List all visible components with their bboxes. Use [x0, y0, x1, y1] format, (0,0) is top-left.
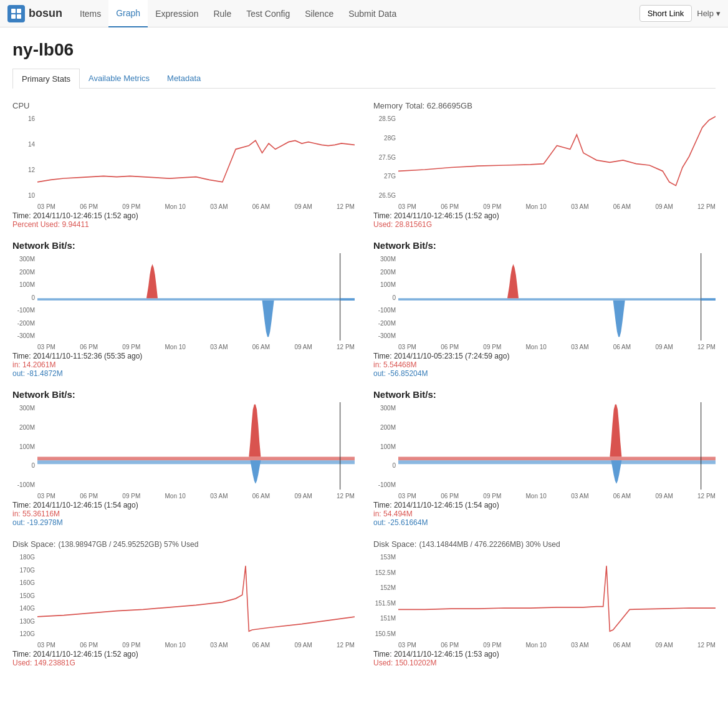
network1-left-x-axis: 03 PM06 PM09 PMMon 1003 AM06 AM09 AM12 P… — [37, 342, 355, 350]
network1-right-in: in: 5.54468M — [373, 360, 716, 369]
svg-marker-14 — [37, 457, 355, 461]
cpu-y-axis: 16141210 — [12, 113, 37, 210]
network1-right-out: out: -56.85204M — [373, 369, 716, 378]
page-content: ny-lb06 Primary Stats Available Metrics … — [0, 27, 728, 691]
disk-right-y-axis: 153M152.5M152M151.5M151M150.5M — [373, 551, 398, 649]
network1-left-title: Network Bit/s: — [12, 240, 355, 251]
svg-rect-3 — [17, 14, 21, 19]
tab-available-metrics[interactable]: Available Metrics — [80, 69, 158, 89]
network1-left-out: out: -81.4872M — [12, 369, 355, 378]
svg-marker-16 — [242, 405, 261, 457]
memory-chart-wrap: 28.5G28G27.5G27G26.5G 03 PM06 PM09 PMMon… — [373, 113, 716, 210]
disk-right-x-axis: 03 PM06 PM09 PMMon 1003 AM06 AM09 AM12 P… — [398, 640, 716, 649]
memory-section: Memory Total: 62.86695GB 28.5G28G27.5G27… — [373, 100, 716, 229]
nav-silence[interactable]: Silence — [297, 0, 341, 27]
network2-right-in: in: 54.494M — [373, 509, 716, 518]
network2-right-out: out: -25.61664M — [373, 518, 716, 527]
network1-right-wrap: 300M200M100M0-100M-200M-300M 03 P — [373, 253, 716, 350]
help-button[interactable]: Help ▾ — [697, 9, 721, 18]
network2-right-svg — [398, 402, 716, 490]
network1-right-svg — [398, 253, 716, 340]
nav-rule[interactable]: Rule — [206, 0, 239, 27]
tab-metadata[interactable]: Metadata — [158, 69, 209, 89]
network1-left-y-axis: 300M200M100M0-100M-200M-300M — [12, 253, 37, 350]
disk-left-time: Time: 2014/11/10-12:46:15 (1:52 ago) — [12, 650, 355, 659]
network1-right-title: Network Bit/s: — [373, 240, 716, 251]
disk-right-wrap: 153M152.5M152M151.5M151M150.5M 03 PM06 P… — [373, 551, 716, 649]
network2-right-x-axis: 03 PM06 PM09 PMMon 1003 AM06 AM09 AM12 P… — [398, 491, 716, 500]
nav-expression[interactable]: Expression — [148, 0, 206, 27]
cpu-time: Time: 2014/11/10-12:46:15 (1:52 ago) — [12, 211, 355, 220]
disk-left-svg — [37, 551, 355, 639]
brand: bosun — [7, 5, 62, 22]
network1-left-in: in: 14.2061M — [12, 360, 355, 369]
bosun-logo-icon — [7, 5, 25, 22]
memory-chart-inner: 03 PM06 PM09 PMMon 1003 AM06 AM09 AM12 P… — [398, 113, 716, 210]
network1-left-wrap: 300M200M100M0-100M-200M-300M — [12, 253, 355, 350]
network2-right-title: Network Bit/s: — [373, 389, 716, 400]
disk-left-section: Disk Space: (138.98947GB / 245.95252GB) … — [12, 538, 355, 667]
disk-right-title: Disk Space: (143.14844MB / 476.22266MB) … — [373, 538, 716, 549]
network1-left-time: Time: 2014/11/10-11:52:36 (55:35 ago) — [12, 352, 355, 360]
network1-left-svg — [37, 253, 355, 340]
memory-y-axis: 28.5G28G27.5G27G26.5G — [373, 113, 398, 210]
svg-marker-8 — [340, 298, 355, 301]
cpu-value: Percent Used: 9.94411 — [12, 220, 355, 229]
svg-marker-4 — [37, 298, 355, 301]
svg-marker-9 — [398, 298, 716, 301]
svg-marker-15 — [37, 460, 355, 464]
disk-left-wrap: 180G170G160G150G140G130G120G 03 PM06 PM0… — [12, 551, 355, 649]
memory-chart-svg — [398, 113, 716, 200]
network2-left-y-axis: 300M200M100M0-100M — [12, 402, 37, 500]
brand-name: bosun — [29, 7, 62, 20]
network1-right-section: Network Bit/s: 300M200M100M0-100M-200M-3… — [373, 240, 716, 378]
network2-right-y-axis: 300M200M100M0-100M — [373, 402, 398, 500]
network1-left-inner: 03 PM06 PM09 PMMon 1003 AM06 AM09 AM12 P… — [37, 253, 355, 350]
svg-rect-0 — [11, 9, 16, 13]
network2-left-svg — [37, 402, 355, 490]
page-title: ny-lb06 — [12, 40, 716, 60]
network2-right-section: Network Bit/s: 300M200M100M0-100M — [373, 389, 716, 527]
svg-marker-11 — [606, 301, 625, 337]
svg-marker-19 — [398, 457, 716, 461]
network2-right-wrap: 300M200M100M0-100M 03 PM06 PM09 PMMon 10… — [373, 402, 716, 500]
tab-primary-stats[interactable]: Primary Stats — [12, 69, 80, 89]
network2-left-section: Network Bit/s: 300M200M100M0-100M — [12, 389, 355, 527]
disk-right-inner: 03 PM06 PM09 PMMon 1003 AM06 AM09 AM12 P… — [398, 551, 716, 649]
nav-graph[interactable]: Graph — [108, 0, 148, 27]
network2-left-wrap: 300M200M100M0-100M — [12, 402, 355, 500]
network2-left-out: out: -19.2978M — [12, 518, 355, 527]
tabs: Primary Stats Available Metrics Metadata — [12, 69, 716, 89]
disk-right-time: Time: 2014/11/10-12:46:15 (1:53 ago) — [373, 650, 716, 659]
svg-marker-13 — [701, 298, 716, 301]
svg-rect-1 — [17, 9, 21, 13]
nav-test-config[interactable]: Test Config — [239, 0, 297, 27]
nav-menu: Items Graph Expression Rule Test Config … — [72, 0, 639, 27]
memory-title: Memory Total: 62.86695GB — [373, 100, 716, 110]
disk-left-y-axis: 180G170G160G150G140G130G120G — [12, 551, 37, 649]
navbar: bosun Items Graph Expression Rule Test C… — [0, 0, 728, 27]
cpu-chart-wrap: 16141210 03 PM06 PM09 PMMon 1003 AM06 AM… — [12, 113, 355, 210]
memory-value: Used: 28.81561G — [373, 220, 716, 229]
cpu-chart-inner: 03 PM06 PM09 PMMon 1003 AM06 AM09 AM12 P… — [37, 113, 355, 210]
disk-right-section: Disk Space: (143.14844MB / 476.22266MB) … — [373, 538, 716, 667]
svg-marker-5 — [140, 264, 158, 299]
network2-left-x-axis: 03 PM06 PM09 PMMon 1003 AM06 AM09 AM12 P… — [37, 491, 355, 500]
chevron-down-icon: ▾ — [716, 9, 721, 18]
network2-left-time: Time: 2014/11/10-12:46:15 (1:54 ago) — [12, 501, 355, 509]
network1-right-inner: 03 PM06 PM09 PMMon 1003 AM06 AM09 AM12 P… — [398, 253, 716, 350]
short-link-button[interactable]: Short Link — [639, 5, 692, 22]
svg-marker-20 — [398, 460, 716, 464]
network2-left-in: in: 55.36116M — [12, 509, 355, 518]
disk-right-svg — [398, 551, 716, 639]
cpu-section: CPU 16141210 03 PM06 PM09 PMMon 1003 AM0… — [12, 100, 355, 229]
navbar-right: Short Link Help ▾ — [639, 5, 721, 22]
nav-submit-data[interactable]: Submit Data — [341, 0, 404, 27]
svg-marker-21 — [603, 405, 622, 457]
network2-right-inner: 03 PM06 PM09 PMMon 1003 AM06 AM09 AM12 P… — [398, 402, 716, 500]
network1-right-time: Time: 2014/11/10-05:23:15 (7:24:59 ago) — [373, 352, 716, 360]
cpu-x-axis: 03 PM06 PM09 PMMon 1003 AM06 AM09 AM12 P… — [37, 202, 355, 210]
nav-items[interactable]: Items — [72, 0, 108, 27]
network1-left-section: Network Bit/s: 300M200M100M0-100M-200M-3… — [12, 240, 355, 378]
network2-left-title: Network Bit/s: — [12, 389, 355, 400]
